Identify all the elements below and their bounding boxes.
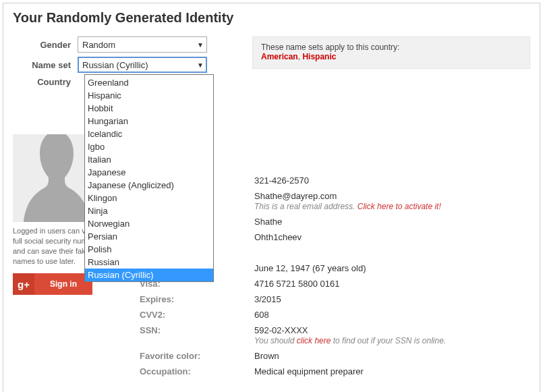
dropdown-option[interactable]: Ninja xyxy=(85,204,213,217)
field-value: 3/2015 xyxy=(254,294,530,304)
field-value: Brown xyxy=(254,351,530,361)
field-sublink[interactable]: Click here to activate it! xyxy=(358,202,441,211)
dropdown-option[interactable]: Igbo xyxy=(85,140,213,153)
field-value: Medical equipment preparer xyxy=(254,366,530,376)
info-box: These name sets apply to this country: A… xyxy=(252,36,530,69)
field-subtext: This is a real email address. Click here… xyxy=(254,202,530,211)
dropdown-option[interactable]: Russian (Cyrillic) xyxy=(85,269,213,281)
chevron-down-icon: ▼ xyxy=(197,41,204,49)
field-value: Shathe@dayrep.comThis is a real email ad… xyxy=(254,191,530,211)
dropdown-option[interactable]: Norwegian xyxy=(85,217,213,230)
nameset-select-value: Russian (Cyrillic) xyxy=(82,60,148,70)
dropdown-option[interactable]: Japanese (Anglicized) xyxy=(85,179,213,192)
field-label: CVV2: xyxy=(140,310,254,320)
field-value: 608 xyxy=(254,310,530,320)
signin-button[interactable]: g+ Sign in xyxy=(13,273,92,295)
field-row: CVV2:608 xyxy=(140,310,530,320)
info-link-american[interactable]: American xyxy=(261,52,298,61)
gender-select[interactable]: Random ▼ xyxy=(78,36,207,53)
field-value: 592-02-XXXXYou should click here to find… xyxy=(254,325,530,345)
field-subtext: You should click here to find out if you… xyxy=(254,336,530,345)
field-value: Ohth1cheev xyxy=(254,232,530,242)
dropdown-option[interactable]: Hispanic xyxy=(85,89,213,102)
page-title: Your Randomly Generated Identity xyxy=(3,3,540,32)
nameset-select[interactable]: Russian (Cyrillic) ▼ xyxy=(78,57,207,73)
dropdown-option[interactable]: Icelandic xyxy=(85,128,213,140)
country-label: Country xyxy=(13,77,78,87)
chevron-down-icon: ▼ xyxy=(197,61,204,69)
field-label: SSN: xyxy=(140,325,254,335)
dropdown-option[interactable]: Russian xyxy=(85,256,213,269)
nameset-label: Name set xyxy=(13,60,78,70)
dropdown-option[interactable]: Italian xyxy=(85,153,213,166)
info-text: These name sets apply to this country: xyxy=(261,43,399,52)
field-label: Favorite color: xyxy=(140,351,254,361)
gender-select-value: Random xyxy=(82,40,115,50)
field-value: 321-426-2570 xyxy=(254,175,530,186)
field-row: Favorite color:Brown xyxy=(140,351,530,361)
field-sublink[interactable]: click here xyxy=(297,336,331,345)
nameset-dropdown[interactable]: EritreanFinnishFrenchGermanGreenlandHisp… xyxy=(84,74,214,282)
dropdown-option[interactable]: Greenland xyxy=(85,76,213,89)
gplus-icon: g+ xyxy=(13,273,34,295)
dropdown-option[interactable]: Hungarian xyxy=(85,115,213,128)
field-value: Shathe xyxy=(254,217,530,227)
dropdown-option[interactable]: Klingon xyxy=(85,192,213,204)
gender-label: Gender xyxy=(13,40,78,50)
dropdown-option[interactable]: Hobbit xyxy=(85,102,213,115)
field-value: 4716 5721 5800 0161 xyxy=(254,279,530,289)
dropdown-option[interactable]: Persian xyxy=(85,230,213,243)
dropdown-option[interactable]: Japanese xyxy=(85,166,213,179)
dropdown-option[interactable]: Polish xyxy=(85,243,213,256)
field-label: Expires: xyxy=(140,294,254,304)
info-link-hispanic[interactable]: Hispanic xyxy=(302,52,336,61)
field-value: June 12, 1947 (67 years old) xyxy=(254,263,530,273)
field-row: Occupation:Medical equipment preparer xyxy=(140,366,530,376)
field-label: Occupation: xyxy=(140,366,254,376)
field-row: Expires:3/2015 xyxy=(140,294,530,304)
field-row: SSN:592-02-XXXXYou should click here to … xyxy=(140,325,530,345)
